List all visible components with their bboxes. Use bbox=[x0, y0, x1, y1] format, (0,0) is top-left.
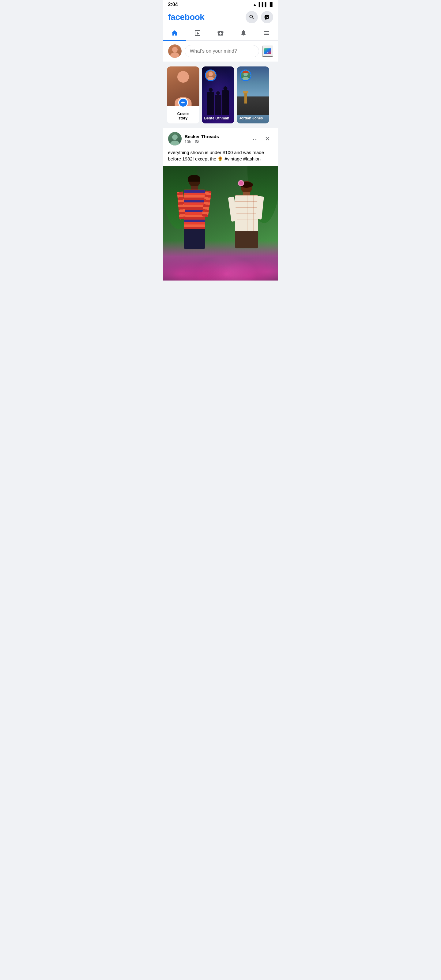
tab-home[interactable] bbox=[163, 26, 186, 40]
feed-separator bbox=[163, 126, 278, 128]
globe-icon bbox=[195, 139, 199, 144]
story-bente[interactable]: Bente Othman bbox=[202, 67, 234, 123]
user-avatar bbox=[168, 45, 181, 58]
story-jordan-avatar bbox=[240, 70, 252, 81]
messenger-icon bbox=[264, 14, 270, 20]
header-actions bbox=[245, 11, 273, 23]
story-jordan[interactable]: Jordan Jones bbox=[237, 67, 269, 123]
post-text: everything shown is under $100 and was m… bbox=[163, 148, 278, 166]
menu-icon bbox=[263, 29, 270, 37]
nav-tabs bbox=[163, 26, 278, 41]
stories-section: Createstory + Bente Othman bbox=[163, 64, 278, 126]
photo-gallery-icon bbox=[263, 47, 272, 56]
status-time: 2:04 bbox=[168, 2, 178, 7]
post-meta: Becker Threads 10h · bbox=[185, 134, 247, 144]
create-story-label: Createstory bbox=[177, 112, 189, 120]
close-post-button[interactable]: ✕ bbox=[262, 133, 273, 144]
photo-gallery-button[interactable] bbox=[262, 46, 273, 57]
watch-icon bbox=[194, 29, 201, 37]
post-input[interactable] bbox=[185, 45, 259, 57]
story-bente-avatar bbox=[205, 70, 217, 81]
signal-icon: ▌▌▌ bbox=[259, 2, 268, 7]
wifi-icon: ▲ bbox=[253, 2, 257, 7]
search-icon bbox=[249, 14, 255, 20]
post-time: 10h bbox=[185, 139, 191, 144]
status-icons: ▲ ▌▌▌ ▊ bbox=[253, 2, 273, 7]
header: facebook bbox=[163, 9, 278, 26]
facebook-logo: facebook bbox=[168, 12, 205, 22]
story-jordan-name: Jordan Jones bbox=[239, 116, 267, 120]
post-box bbox=[163, 41, 278, 64]
create-story-plus-icon: + bbox=[178, 98, 188, 108]
tab-marketplace[interactable] bbox=[209, 26, 232, 40]
messenger-button[interactable] bbox=[261, 11, 273, 23]
post-author-avatar[interactable] bbox=[168, 132, 181, 145]
tab-menu[interactable] bbox=[255, 26, 278, 40]
post-time-visibility: 10h · bbox=[185, 139, 247, 144]
marketplace-icon bbox=[217, 29, 224, 37]
story-create[interactable]: Createstory + bbox=[167, 67, 199, 123]
post-dot: · bbox=[192, 139, 194, 144]
search-button[interactable] bbox=[245, 11, 258, 23]
tab-watch[interactable] bbox=[186, 26, 209, 40]
home-icon bbox=[171, 29, 178, 37]
battery-icon: ▊ bbox=[270, 2, 273, 7]
notifications-icon bbox=[240, 29, 247, 37]
post-author-name[interactable]: Becker Threads bbox=[185, 134, 247, 139]
story-bente-name: Bente Othman bbox=[204, 116, 232, 120]
post-image[interactable] bbox=[163, 166, 278, 280]
post-header: Becker Threads 10h · ··· ✕ bbox=[163, 128, 278, 148]
tab-notifications[interactable] bbox=[232, 26, 255, 40]
feed-post-1: Becker Threads 10h · ··· ✕ everything sh… bbox=[163, 128, 278, 280]
post-header-actions: ··· ✕ bbox=[250, 133, 273, 144]
status-bar: 2:04 ▲ ▌▌▌ ▊ bbox=[163, 0, 278, 9]
more-options-button[interactable]: ··· bbox=[250, 133, 261, 144]
